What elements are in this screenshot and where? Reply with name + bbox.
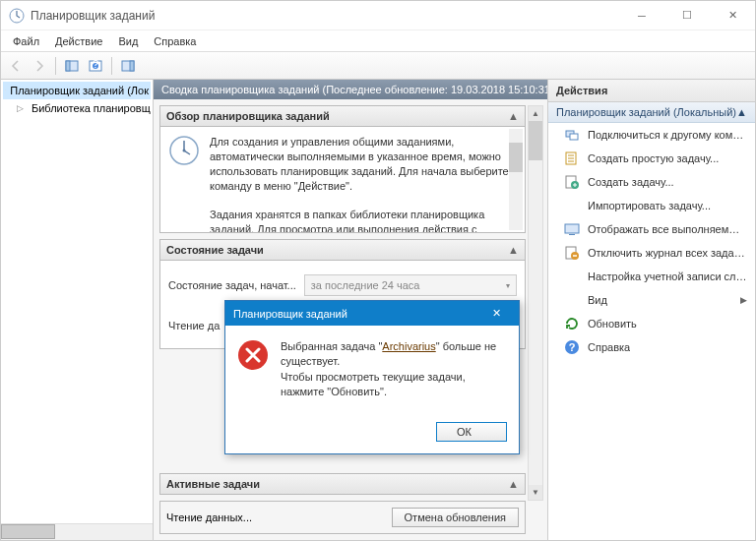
actions-list: Подключиться к другому комп...Создать пр… — [548, 123, 755, 540]
overview-title: Обзор планировщика заданий — [166, 110, 330, 122]
actions-pane-title: Действия — [548, 80, 755, 102]
clock-icon — [9, 8, 25, 24]
main-footer: Чтение данных... Отмена обновления — [159, 501, 526, 534]
display-icon — [564, 221, 580, 237]
overview-p1: Для создания и управления общими задания… — [210, 135, 517, 193]
tree-root-label: Планировщик заданий (Лок — [10, 85, 149, 96]
status-title: Состояние задачи — [166, 244, 264, 256]
collapse-icon[interactable]: ▲ — [508, 110, 519, 122]
tree-root[interactable]: Планировщик заданий (Лок — [3, 82, 151, 99]
action-item-label: Вид — [588, 294, 607, 306]
action-item-account[interactable]: Настройка учетной записи служ... — [548, 265, 755, 288]
toolbar-separator — [111, 57, 112, 75]
svg-rect-17 — [569, 234, 575, 235]
collapse-icon[interactable]: ▲ — [508, 244, 519, 256]
minimize-button[interactable]: ─ — [619, 1, 664, 30]
action-item-view[interactable]: Вид▶ — [548, 288, 755, 312]
horizontal-scrollbar[interactable] — [1, 523, 153, 540]
action-item-create-basic[interactable]: Создать простую задачу... — [548, 147, 755, 170]
svg-rect-7 — [130, 61, 134, 71]
action-item-create[interactable]: Создать задачу... — [548, 170, 755, 194]
actions-subtitle[interactable]: Планировщик заданий (Локальный) ▲ — [548, 102, 755, 123]
task-name-link: Archivarius — [382, 340, 435, 352]
action-item-label: Настройка учетной записи служ... — [588, 270, 747, 282]
cancel-refresh-button[interactable]: Отмена обновления — [392, 508, 519, 527]
dialog-titlebar[interactable]: Планировщик заданий ✕ — [225, 301, 519, 326]
create-basic-icon — [564, 150, 580, 166]
action-item-label: Создать простую задачу... — [588, 152, 719, 164]
action-item-label: Отключить журнал всех заданий — [588, 247, 747, 259]
overview-section-body: Для создания и управления общими задания… — [159, 127, 526, 233]
task-scheduler-window: Планировщик заданий ─ ☐ ✕ Файл Действие … — [0, 0, 756, 541]
close-button[interactable]: ✕ — [710, 1, 755, 30]
tree-pane: Планировщик заданий (Лок ▷ Библиотека пл… — [1, 80, 154, 540]
disable-log-icon — [564, 245, 580, 261]
tree-library-label: Библиотека планировщ — [32, 102, 151, 114]
dialog-message: Выбранная задача "Archivarius" больше не… — [281, 339, 507, 400]
account-icon — [564, 269, 580, 284]
view-icon — [564, 292, 580, 308]
overview-p2: Задания хранятся в папках библиотеки пла… — [210, 208, 517, 233]
collapse-icon[interactable]: ▲ — [508, 478, 519, 490]
submenu-arrow-icon: ▶ — [740, 295, 747, 305]
menubar: Файл Действие Вид Справка — [1, 30, 755, 52]
titlebar[interactable]: Планировщик заданий ─ ☐ ✕ — [1, 1, 755, 30]
refresh-icon — [564, 316, 580, 331]
action-item-refresh[interactable]: Обновить — [548, 312, 755, 335]
connect-icon — [564, 127, 580, 143]
error-dialog: Планировщик заданий ✕ Выбранная задача "… — [224, 300, 520, 454]
vertical-scrollbar[interactable]: ▲▼ — [528, 105, 543, 501]
svg-rect-16 — [565, 224, 579, 233]
status-period-combo[interactable]: за последние 24 часа ▾ — [304, 274, 517, 296]
menu-help[interactable]: Справка — [146, 33, 204, 49]
toolbar-help[interactable]: ? — [85, 55, 106, 77]
dialog-close-button[interactable]: ✕ — [481, 307, 511, 320]
actions-subtitle-label: Планировщик заданий (Локальный) — [556, 106, 736, 118]
footer-reading: Чтение данных... — [166, 511, 252, 523]
chevron-down-icon: ▾ — [506, 281, 510, 290]
dialog-ok-button[interactable]: ОК — [436, 422, 507, 442]
actions-pane: Действия Планировщик заданий (Локальный)… — [548, 80, 755, 540]
toolbar: ? — [1, 52, 755, 80]
svg-rect-2 — [66, 61, 70, 71]
window-title: Планировщик заданий — [31, 9, 619, 23]
import-icon — [564, 198, 580, 213]
svg-point-10 — [183, 150, 186, 152]
action-item-connect[interactable]: Подключиться к другому комп... — [548, 123, 755, 147]
action-item-label: Создать задачу... — [588, 176, 674, 188]
toolbar-show-hide-actions[interactable] — [117, 55, 139, 77]
toolbar-show-hide-tree[interactable] — [61, 55, 83, 77]
clock-icon — [168, 135, 200, 166]
active-section-header[interactable]: Активные задачи ▲ — [159, 473, 526, 495]
action-item-label: Отображать все выполняемые за... — [588, 223, 747, 235]
action-item-display[interactable]: Отображать все выполняемые за... — [548, 217, 755, 241]
tree-library[interactable]: ▷ Библиотека планировщ — [3, 99, 151, 117]
menu-action[interactable]: Действие — [47, 33, 110, 49]
status-section-header[interactable]: Состояние задачи ▲ — [159, 239, 526, 261]
dialog-title-text: Планировщик заданий — [233, 308, 347, 320]
help-icon: ? — [564, 339, 580, 355]
svg-rect-12 — [570, 134, 578, 140]
error-icon — [237, 339, 269, 371]
menu-file[interactable]: Файл — [5, 33, 47, 49]
menu-view[interactable]: Вид — [110, 33, 146, 49]
nav-back-button — [5, 55, 27, 77]
maximize-button[interactable]: ☐ — [664, 1, 710, 30]
status-label: Состояние задач, начат... — [168, 279, 296, 291]
collapse-icon[interactable]: ▲ — [736, 106, 747, 118]
expand-icon[interactable]: ▷ — [17, 103, 24, 113]
status-combo-value: за последние 24 часа — [311, 279, 420, 291]
action-item-import[interactable]: Импортировать задачу... — [548, 194, 755, 217]
section-scrollbar[interactable] — [509, 129, 523, 230]
active-title: Активные задачи — [166, 478, 260, 490]
action-item-label: Справка — [588, 341, 630, 353]
action-item-label: Импортировать задачу... — [588, 200, 711, 211]
create-icon — [564, 174, 580, 190]
action-item-help[interactable]: ?Справка — [548, 335, 755, 359]
overview-section-header[interactable]: Обзор планировщика заданий ▲ — [159, 105, 526, 127]
nav-forward-button — [29, 55, 50, 77]
svg-text:?: ? — [93, 59, 98, 70]
action-item-label: Обновить — [588, 318, 637, 330]
action-item-label: Подключиться к другому комп... — [588, 129, 747, 141]
action-item-disable-log[interactable]: Отключить журнал всех заданий — [548, 241, 755, 265]
